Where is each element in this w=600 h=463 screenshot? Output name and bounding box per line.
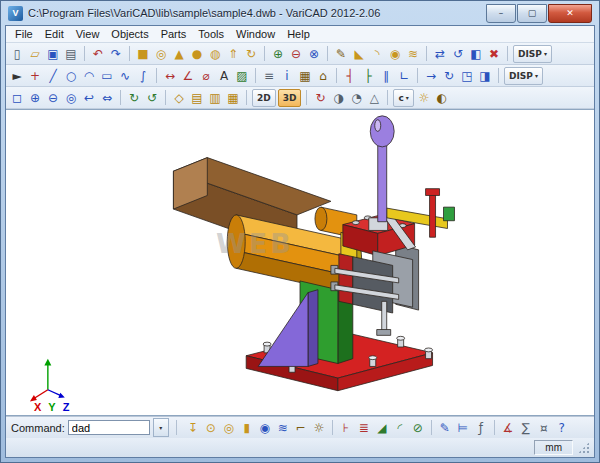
light-settings-icon[interactable]: ☼ [415,89,433,107]
view-axonometric-icon[interactable]: ◇ [170,89,188,107]
view-select-dropdown[interactable]: c▾ [393,89,413,107]
command-input[interactable] [68,420,150,435]
profiles-library-icon[interactable]: ⌐ [292,419,310,437]
viewport-3d[interactable]: WEB XYZ [6,109,594,416]
edit-solid-icon[interactable]: ✎ [332,45,350,63]
insert-text-icon[interactable]: A [215,67,233,85]
springs-library-icon[interactable]: ≋ [274,419,292,437]
thread-tool-icon[interactable]: ≣ [355,419,373,437]
draw-arc-icon[interactable]: ◠ [80,67,98,85]
base-bolt[interactable] [397,336,405,347]
copy-2d-icon[interactable]: ◳ [458,67,476,85]
blocks-icon[interactable]: ▦ [296,67,314,85]
attributes-icon[interactable]: i [278,67,296,85]
perspective-display-icon[interactable]: △ [365,89,383,107]
redo-icon[interactable]: ↷ [107,45,125,63]
extrude-solid-icon[interactable]: ⇑ [224,45,242,63]
corner-objects-icon[interactable]: ∟ [395,67,413,85]
dimension-linear-icon[interactable]: ↔ [161,67,179,85]
washers-library-icon[interactable]: ◎ [220,419,238,437]
nuts-library-icon[interactable]: ⊙ [202,419,220,437]
title-bar[interactable]: V C:\Program Files\VariCAD\lib\sample\sa… [5,1,595,25]
measure-tool-icon[interactable]: ∡ [499,419,517,437]
hole-tool-icon[interactable]: ⊘ [409,419,427,437]
box-solid-icon[interactable]: ■ [134,45,152,63]
menu-view[interactable]: View [71,28,105,40]
cylinder-solid-icon[interactable]: ◎ [152,45,170,63]
constraint-tool-icon[interactable]: ⊨ [454,419,472,437]
regenerate-view-icon[interactable]: ↺ [143,89,161,107]
minimize-button[interactable]: – [486,4,516,23]
resize-grip-icon[interactable] [578,442,590,454]
base-bolt[interactable] [425,348,433,359]
gusset-part[interactable] [258,290,318,367]
display-mode-button[interactable]: DISP▾ [504,67,543,85]
thread-icon[interactable]: ≋ [404,45,422,63]
zoom-all-icon[interactable]: ◎ [62,89,80,107]
symbol-library-icon[interactable]: ⌂ [314,67,332,85]
rotate-view-icon[interactable]: ↻ [311,89,329,107]
menu-tools[interactable]: Tools [193,28,229,40]
fillet-tool-icon[interactable]: ◜ [391,419,409,437]
revolve-solid-icon[interactable]: ↻ [242,45,260,63]
dimension-angular-icon[interactable]: ∠ [179,67,197,85]
drill-hole-icon[interactable]: ◉ [386,45,404,63]
handle-lever-part[interactable] [370,116,394,222]
delete-solid-icon[interactable]: ✖ [485,45,503,63]
mode-2d-button[interactable]: 2D [252,89,276,107]
maximize-button[interactable]: ▢ [517,4,547,23]
fillet-edge-icon[interactable]: ◝ [368,45,386,63]
move-solid-icon[interactable]: ⇄ [431,45,449,63]
settings-tool-icon[interactable]: ¤ [535,419,553,437]
menu-edit[interactable]: Edit [40,28,69,40]
move-2d-icon[interactable]: → [422,67,440,85]
boolean-subtract-icon[interactable]: ⊖ [287,45,305,63]
mode-3d-button[interactable]: 3D [278,89,302,107]
offset-objects-icon[interactable]: ∥ [377,67,395,85]
dimension-diameter-icon[interactable]: ⌀ [197,67,215,85]
draw-line-icon[interactable]: ╱ [44,67,62,85]
torus-solid-icon[interactable]: ◍ [206,45,224,63]
menu-help[interactable]: Help [282,28,315,40]
menu-file[interactable]: File [10,28,38,40]
cone-solid-icon[interactable]: ▲ [170,45,188,63]
open-file-icon[interactable]: ▱ [26,45,44,63]
bolts-library-icon[interactable]: ↧ [184,419,202,437]
units-indicator[interactable]: mm [534,440,573,455]
extend-objects-icon[interactable]: ├ [359,67,377,85]
parameters-tool-icon[interactable]: ƒ [472,419,490,437]
gears-library-icon[interactable]: ☼ [310,419,328,437]
undo-icon[interactable]: ↶ [89,45,107,63]
bearings-library-icon[interactable]: ◉ [256,419,274,437]
boolean-union-icon[interactable]: ⊕ [269,45,287,63]
sphere-solid-icon[interactable]: ● [188,45,206,63]
render-view-icon[interactable]: ◐ [433,89,451,107]
layers-icon[interactable]: ≡ [260,67,278,85]
menu-objects[interactable]: Objects [106,28,153,40]
rotate-solid-icon[interactable]: ↺ [449,45,467,63]
hatch-area-icon[interactable]: ▨ [233,67,251,85]
view-right-icon[interactable]: ▦ [224,89,242,107]
zoom-window-icon[interactable]: ◻ [8,89,26,107]
draw-polyline-icon[interactable]: ∿ [116,67,134,85]
wireframe-display-icon[interactable]: ◔ [347,89,365,107]
draw-circle-icon[interactable]: ○ [62,67,80,85]
trim-objects-icon[interactable]: ┤ [341,67,359,85]
snap-point-icon[interactable]: + [26,67,44,85]
boolean-intersect-icon[interactable]: ⊗ [305,45,323,63]
sketch-tool-icon[interactable]: ✎ [436,419,454,437]
draw-spline-icon[interactable]: ∫ [134,67,152,85]
redraw-view-icon[interactable]: ↻ [125,89,143,107]
print-icon[interactable]: ▤ [62,45,80,63]
display-config-button[interactable]: DISP▾ [513,45,552,63]
menu-parts[interactable]: Parts [156,28,192,40]
save-file-icon[interactable]: ▣ [44,45,62,63]
mirror-solid-icon[interactable]: ◧ [467,45,485,63]
pan-view-icon[interactable]: ⇔ [98,89,116,107]
command-history-dropdown[interactable]: ▾ [153,418,169,437]
help-tool-icon[interactable]: ? [553,419,571,437]
chamfer-tool-icon[interactable]: ◢ [373,419,391,437]
shaft-tool-icon[interactable]: ⊦ [337,419,355,437]
zoom-previous-icon[interactable]: ↩ [80,89,98,107]
view-top-icon[interactable]: ▥ [206,89,224,107]
